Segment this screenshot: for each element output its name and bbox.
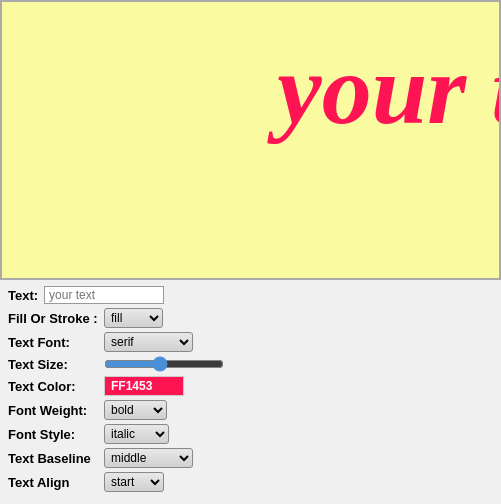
style-select[interactable]: normal italic oblique (104, 424, 169, 444)
weight-row: Font Weight: normal bold bolder lighter (8, 400, 493, 420)
text-label: Text: (8, 288, 38, 303)
font-select[interactable]: serif sans-serif monospace cursive (104, 332, 193, 352)
align-select[interactable]: start end left right center (104, 472, 164, 492)
weight-select[interactable]: normal bold bolder lighter (104, 400, 167, 420)
canvas-area: your t (0, 0, 501, 280)
text-input[interactable] (44, 286, 164, 304)
font-row: Text Font: serif sans-serif monospace cu… (8, 332, 493, 352)
style-row: Font Style: normal italic oblique (8, 424, 493, 444)
fill-stroke-label: Fill Or Stroke : (8, 311, 98, 326)
baseline-select[interactable]: alphabetic top hanging middle ideographi… (104, 448, 193, 468)
font-label: Text Font: (8, 335, 98, 350)
size-slider[interactable] (104, 356, 224, 372)
style-label: Font Style: (8, 427, 98, 442)
canvas-text: your t (277, 32, 501, 147)
align-label: Text Align (8, 475, 98, 490)
fill-stroke-row: Fill Or Stroke : fill stroke (8, 308, 493, 328)
baseline-row: Text Baseline alphabetic top hanging mid… (8, 448, 493, 468)
text-row: Text: (8, 286, 493, 304)
weight-label: Font Weight: (8, 403, 98, 418)
baseline-label: Text Baseline (8, 451, 98, 466)
controls-panel: Text: Fill Or Stroke : fill stroke Text … (0, 280, 501, 498)
color-label: Text Color: (8, 379, 98, 394)
fill-stroke-select[interactable]: fill stroke (104, 308, 163, 328)
color-row: Text Color: FF1453 (8, 376, 493, 396)
align-row: Text Align start end left right center (8, 472, 493, 492)
color-display[interactable]: FF1453 (104, 376, 184, 396)
size-label: Text Size: (8, 357, 98, 372)
size-row: Text Size: (8, 356, 493, 372)
